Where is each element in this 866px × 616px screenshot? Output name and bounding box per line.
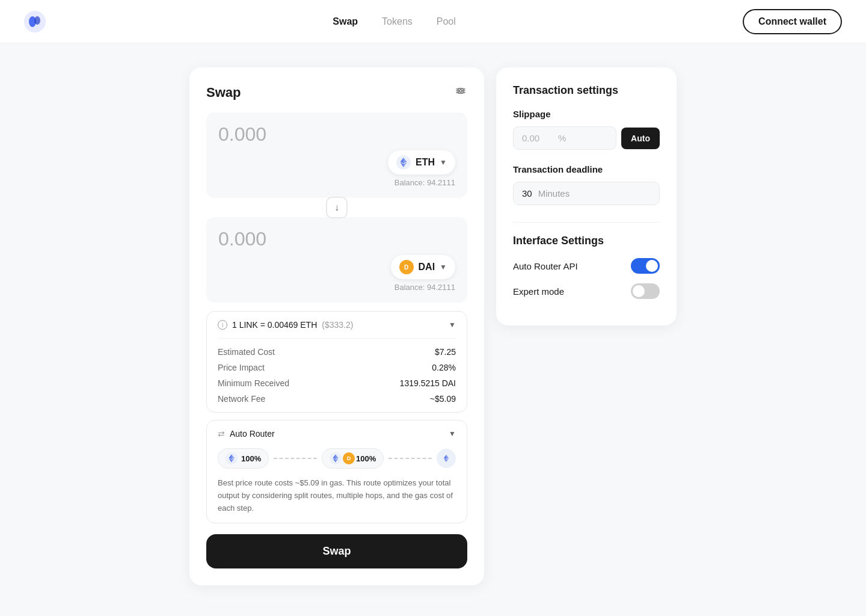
deadline-unit: Minutes	[538, 188, 570, 199]
main-nav: Swap Tokens Pool	[333, 16, 456, 27]
main-content: Swap 0.000	[0, 43, 866, 609]
route-percent-1: 100%	[241, 454, 261, 463]
auto-router-api-knob	[646, 260, 658, 272]
info-icon: i	[218, 320, 227, 330]
price-info-header[interactable]: i 1 LINK = 0.00469 ETH ($333.2) ▼	[218, 320, 456, 330]
router-chevron: ▼	[449, 430, 456, 438]
header: Swap Tokens Pool Connect wallet	[0, 0, 866, 43]
from-token-selector[interactable]: ETH ▼	[388, 150, 455, 174]
price-row-cost-label: Estimated Cost	[218, 347, 275, 357]
eth-icon-from	[396, 155, 411, 170]
route-eth-icon-mid	[330, 452, 342, 464]
slippage-input[interactable]	[522, 133, 558, 143]
nav-tokens[interactable]: Tokens	[382, 16, 413, 27]
route-dots-1	[274, 458, 317, 459]
price-info-chevron: ▼	[449, 321, 456, 329]
swap-direction-container: ↓	[206, 197, 467, 218]
auto-slippage-button[interactable]: Auto	[621, 128, 660, 149]
price-row-min-label: Minimum Received	[218, 378, 289, 388]
price-usd: ($333.2)	[322, 320, 353, 330]
connect-wallet-button[interactable]: Connect wallet	[743, 9, 842, 34]
route-end-icon	[437, 449, 456, 468]
route-dots-2	[388, 458, 432, 459]
route-eth-icon	[226, 452, 238, 464]
deadline-label: Transaction deadline	[513, 164, 660, 174]
dai-icon-to: D	[399, 260, 414, 274]
expert-mode-toggle[interactable]	[631, 283, 660, 299]
swap-card: Swap 0.000	[189, 67, 484, 585]
to-token-selector[interactable]: D DAI ▼	[391, 255, 455, 279]
slippage-input-wrap: %	[513, 126, 616, 150]
interface-settings-title: Interface Settings	[513, 235, 660, 247]
from-amount[interactable]: 0.000	[218, 123, 455, 146]
settings-panel: Transaction settings Slippage % Auto Tra…	[496, 67, 677, 325]
svg-marker-22	[446, 458, 449, 462]
expert-mode-label: Expert mode	[513, 286, 564, 297]
router-label: Auto Router	[230, 429, 275, 439]
auto-router-api-label: Auto Router API	[513, 261, 578, 271]
price-row-fee-label: Network Fee	[218, 394, 265, 404]
route-middle-badge: D 100%	[322, 448, 384, 469]
route-start-badge: 100%	[218, 448, 269, 469]
to-token-label: DAI	[419, 262, 435, 273]
price-row-impact-value: 0.28%	[432, 363, 456, 372]
expert-mode-knob	[633, 285, 645, 297]
svg-marker-21	[444, 455, 446, 459]
price-row-min-value: 1319.5215 DAI	[400, 378, 456, 388]
settings-divider	[513, 222, 660, 223]
auto-router-box: ⇄ Auto Router ▼ 100%	[206, 420, 467, 523]
svg-marker-23	[444, 458, 446, 462]
svg-point-3	[459, 90, 462, 92]
route-end-eth-icon	[441, 453, 452, 464]
logo	[24, 11, 46, 32]
settings-title: Transaction settings	[513, 84, 660, 97]
to-amount[interactable]: 0.000	[218, 228, 455, 250]
price-row-impact: Price Impact 0.28%	[218, 363, 456, 372]
price-info-box: i 1 LINK = 0.00469 ETH ($333.2) ▼ Estima…	[206, 311, 467, 413]
slippage-pct-label: %	[558, 133, 566, 143]
slippage-label: Slippage	[513, 109, 660, 119]
swap-card-header: Swap	[206, 84, 467, 100]
nav-pool[interactable]: Pool	[437, 16, 456, 27]
auto-router-api-toggle[interactable]	[631, 258, 660, 274]
settings-icon[interactable]	[454, 84, 467, 100]
from-token-chevron: ▼	[440, 158, 447, 167]
price-row-min: Minimum Received 1319.5215 DAI	[218, 378, 456, 388]
from-token-balance: Balance: 94.2111	[388, 178, 455, 187]
swap-direction-button[interactable]: ↓	[326, 197, 348, 218]
router-header[interactable]: ⇄ Auto Router ▼	[218, 429, 456, 439]
svg-point-2	[34, 16, 40, 25]
slippage-row: % Auto	[513, 126, 660, 150]
swap-button[interactable]: Swap	[206, 534, 467, 568]
deadline-value: 30	[522, 188, 532, 199]
price-row-impact-label: Price Impact	[218, 363, 265, 372]
auto-router-api-row: Auto Router API	[513, 258, 660, 274]
to-token-balance: Balance: 94.2111	[391, 283, 455, 292]
price-details: Estimated Cost $7.25 Price Impact 0.28% …	[218, 338, 456, 404]
expert-mode-row: Expert mode	[513, 283, 660, 299]
nav-swap[interactable]: Swap	[333, 16, 358, 27]
to-token-row: D DAI ▼ Balance: 94.2111	[218, 255, 455, 292]
from-token-row: ETH ▼ Balance: 94.2111	[218, 150, 455, 187]
price-row-fee-value: ~$5.09	[430, 394, 456, 404]
svg-marker-20	[446, 455, 449, 459]
logo-icon	[24, 11, 46, 32]
route-visual: 100% D 100%	[218, 448, 456, 469]
price-row-fee: Network Fee ~$5.09	[218, 394, 456, 404]
swap-title: Swap	[206, 85, 241, 100]
from-token-box: 0.000 ETH ▼	[206, 112, 467, 198]
router-description: Best price route costs ~$5.09 in gas. Th…	[218, 477, 456, 514]
price-rate: 1 LINK = 0.00469 ETH	[232, 320, 317, 330]
to-token-box: 0.000 D DAI ▼ Balance: 94.2111	[206, 217, 467, 303]
to-token-chevron: ▼	[440, 263, 447, 271]
route-percent-2: 100%	[356, 454, 376, 463]
price-row-cost-value: $7.25	[435, 347, 456, 357]
svg-rect-4	[458, 88, 463, 93]
route-icon: ⇄	[218, 429, 225, 439]
price-info-left: i 1 LINK = 0.00469 ETH ($333.2)	[218, 320, 353, 330]
price-row-cost: Estimated Cost $7.25	[218, 347, 456, 357]
deadline-row: 30 Minutes	[513, 182, 660, 205]
router-left: ⇄ Auto Router	[218, 429, 275, 439]
route-dai-icon-mid: D	[343, 452, 355, 464]
from-token-label: ETH	[416, 157, 435, 168]
